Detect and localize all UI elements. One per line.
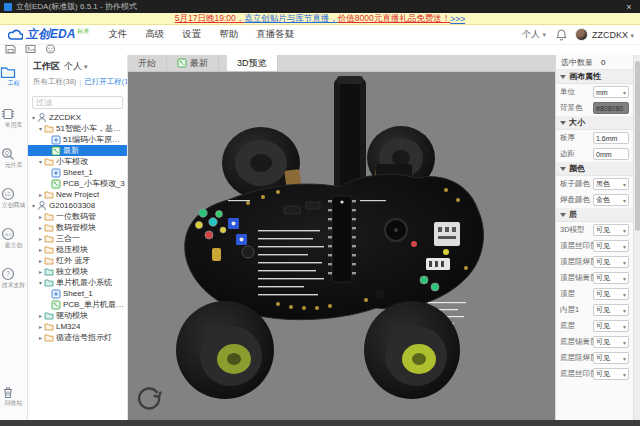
tree-row[interactable]: ▾小车模改	[28, 156, 127, 167]
property-select[interactable]: 可见▾	[593, 352, 629, 364]
scrollbar-thumb[interactable]	[635, 61, 640, 231]
tree-row[interactable]: ▾ZZCDKX	[28, 112, 127, 123]
personal-menu[interactable]: 个人 ▾	[522, 28, 546, 41]
tree-row[interactable]: ▾51智能小车，基于stm32	[28, 123, 127, 134]
pcb-3d-car-model[interactable]	[128, 72, 555, 420]
tree-row[interactable]: ▸红外 蓝牙	[28, 255, 127, 266]
sch-icon	[51, 289, 61, 299]
expand-arrow-icon[interactable]: ▸	[37, 213, 44, 220]
expand-arrow-icon[interactable]: ▸	[37, 235, 44, 242]
tree-row[interactable]: ▾单片机最小系统	[28, 277, 127, 288]
rail-item-projects[interactable]: 工程	[0, 65, 27, 86]
projects-icon	[0, 65, 27, 79]
expand-arrow-icon[interactable]: ▸	[37, 323, 44, 330]
screenshot-icon[interactable]	[25, 44, 36, 54]
rail-item-recycle-bin[interactable]: 回收站	[0, 385, 27, 406]
expand-arrow-icon[interactable]: ▸	[37, 224, 44, 231]
tree-row[interactable]: ▸New Project	[28, 189, 127, 200]
expand-arrow-icon[interactable]: ▸	[37, 312, 44, 319]
tree-row[interactable]: ▸数码管模块	[28, 222, 127, 233]
rail-item-label: 回收站	[1, 399, 25, 405]
tree-row[interactable]: ▾G201603308	[28, 200, 127, 211]
all-projects-link[interactable]: 所有工程(38)	[33, 77, 76, 87]
property-select[interactable]: 可见▾	[593, 224, 629, 236]
property-select[interactable]: 可见▾	[593, 272, 629, 284]
property-row: 边距0mm	[556, 146, 633, 162]
selected-count-label: 选中数量	[561, 57, 593, 68]
tree-row[interactable]: ▸一位数码管	[28, 211, 127, 222]
section-header[interactable]: 大小	[556, 116, 633, 130]
tree-row[interactable]: ▸稳压模块	[28, 244, 127, 255]
promo-banner[interactable]: 5月17日晚19:00， 嘉立创贴片与库节直播， 价值8000元直播礼品免费送！…	[0, 13, 640, 25]
notifications-bell-icon[interactable]	[556, 29, 567, 41]
expand-arrow-icon[interactable]: ▾	[30, 114, 37, 121]
menu-advanced[interactable]: 高级	[136, 28, 173, 41]
tree-row[interactable]: ▸循迹信号指示灯	[28, 332, 127, 343]
background-color-swatch[interactable]: #808080	[593, 102, 629, 114]
property-select[interactable]: 金色▾	[593, 194, 629, 206]
property-select[interactable]: 黑色▾	[593, 178, 629, 190]
property-select[interactable]: 可见▾	[593, 304, 629, 316]
expand-arrow-icon[interactable]: ▾	[37, 125, 44, 132]
expand-arrow-icon[interactable]: ▸	[37, 191, 44, 198]
support-icon[interactable]	[45, 44, 56, 54]
expand-arrow-icon[interactable]: ▸	[37, 246, 44, 253]
property-select[interactable]: 可见▾	[593, 336, 629, 348]
property-select[interactable]: 可见▾	[593, 256, 629, 268]
rail-item-lcsc-mall[interactable]: LC立创商城	[0, 187, 27, 208]
expand-arrow-icon[interactable]: ▾	[37, 158, 44, 165]
tree-row[interactable]: PCB_小车模改_3	[28, 178, 127, 189]
property-select[interactable]: 可见▾	[593, 240, 629, 252]
workspace-selector[interactable]: 个人	[64, 60, 82, 73]
username-menu[interactable]: ZZCDKX ▾	[592, 30, 634, 40]
3d-viewport[interactable]	[128, 72, 555, 420]
scrollbar[interactable]	[633, 55, 640, 420]
tree-row[interactable]: ▸三合一	[28, 233, 127, 244]
banner-link-arrows[interactable]: >>>	[450, 14, 465, 24]
rail-item-tech-support[interactable]: ?技术支持	[0, 267, 27, 288]
menu-file[interactable]: 文件	[99, 28, 136, 41]
tree-item-label: 小车模改	[56, 156, 88, 167]
tree-row[interactable]: ▸独立模块	[28, 266, 127, 277]
menu-settings[interactable]: 设置	[173, 28, 210, 41]
rail-item-component-lib[interactable]: Q元件库	[0, 147, 27, 168]
section-header[interactable]: 颜色	[556, 162, 633, 176]
tab-preview3d[interactable]: 3D预览	[227, 55, 278, 71]
rotate-view-icon[interactable]	[134, 382, 164, 412]
section-header[interactable]: 层	[556, 208, 633, 222]
open-projects-link[interactable]: 已打开工程(13)	[84, 77, 128, 87]
tree-row[interactable]: Sheet_1	[28, 167, 127, 178]
menu-help[interactable]: 帮助	[210, 28, 247, 41]
tree-row[interactable]: PCB_单片机最小系统	[28, 299, 127, 310]
tab-latest[interactable]: 最新	[167, 55, 219, 71]
section-header[interactable]: 画布属性	[556, 70, 633, 84]
expand-arrow-icon[interactable]: ▸	[37, 257, 44, 264]
expand-arrow-icon[interactable]: ▸	[37, 268, 44, 275]
tree-row[interactable]: ▸LM324	[28, 321, 127, 332]
project-tree: ▾ZZCDKX▾51智能小车，基于stm3251编码小车原理图最新▾小车模改Sh…	[28, 112, 127, 343]
property-select[interactable]: mm▾	[593, 86, 629, 98]
expand-arrow-icon[interactable]: ▾	[37, 279, 44, 286]
save-icon[interactable]	[5, 44, 16, 54]
tree-row[interactable]: Sheet_1	[28, 288, 127, 299]
lcsc-mall-icon: LC	[0, 187, 27, 201]
tree-row[interactable]: 最新	[28, 145, 127, 156]
rail-item-common-lib[interactable]: 常用库	[0, 107, 27, 128]
rail-item-jlc[interactable]: JLC嘉立创	[0, 227, 27, 248]
expand-arrow-icon[interactable]: ▸	[37, 334, 44, 341]
close-icon[interactable]: ×	[622, 2, 636, 12]
tree-row[interactable]: ▸驱动模块	[28, 310, 127, 321]
user-avatar[interactable]	[575, 28, 588, 41]
expand-arrow-icon[interactable]: ▾	[30, 202, 37, 209]
tree-row[interactable]: 51编码小车原理图	[28, 134, 127, 145]
tab-start[interactable]: 开始	[128, 55, 167, 71]
menu-live-qa[interactable]: 直播答疑	[247, 28, 303, 41]
user-icon	[37, 112, 47, 123]
property-value: 可见	[596, 241, 623, 251]
property-select[interactable]: 可见▾	[593, 320, 629, 332]
property-input[interactable]: 0mm	[593, 148, 629, 160]
property-input[interactable]: 1.6mm	[593, 132, 629, 144]
filter-input[interactable]	[32, 96, 123, 109]
property-select[interactable]: 可见▾	[593, 368, 629, 380]
property-select[interactable]: 可见▾	[593, 288, 629, 300]
